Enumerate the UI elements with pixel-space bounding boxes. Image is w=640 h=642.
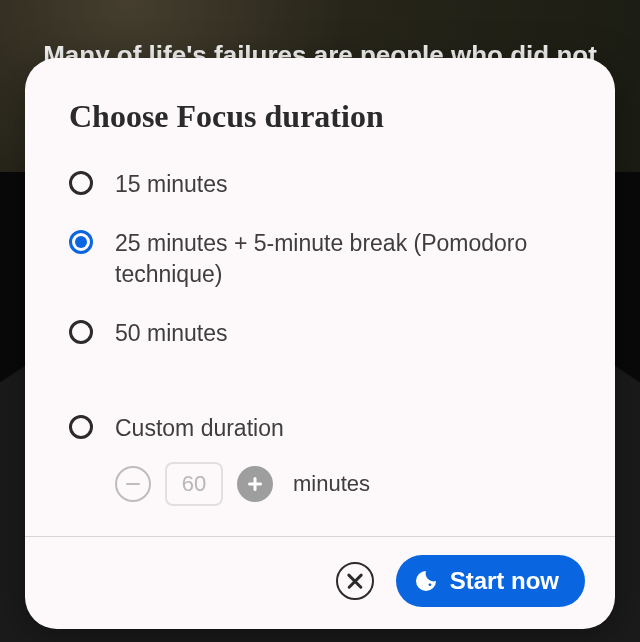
option-label: 50 minutes [115,318,228,349]
option-15-minutes[interactable]: 15 minutes [69,169,571,200]
radio-icon[interactable] [69,320,93,344]
increment-button[interactable] [237,466,273,502]
radio-icon[interactable] [69,230,93,254]
plus-icon [248,477,262,491]
custom-duration-input[interactable] [165,462,223,506]
option-50-minutes[interactable]: 50 minutes [69,318,571,349]
close-button[interactable] [336,562,374,600]
option-pomodoro[interactable]: 25 minutes + 5-minute break (Pomodoro te… [69,228,571,290]
close-icon [347,573,363,589]
custom-duration-controls: minutes [115,462,571,506]
focus-duration-modal: Choose Focus duration 15 minutes 25 minu… [25,58,615,629]
unit-label: minutes [293,471,370,497]
duration-options: 15 minutes 25 minutes + 5-minute break (… [69,169,571,506]
start-now-label: Start now [450,567,559,595]
option-custom[interactable]: Custom duration [69,413,571,444]
option-custom-group: Custom duration minutes [69,413,571,506]
modal-title: Choose Focus duration [69,98,571,135]
radio-icon[interactable] [69,171,93,195]
radio-icon[interactable] [69,415,93,439]
modal-footer: Start now [25,537,615,629]
focus-moon-icon [414,569,438,593]
minus-icon [126,483,140,486]
decrement-button[interactable] [115,466,151,502]
option-label: 15 minutes [115,169,228,200]
option-label: 25 minutes + 5-minute break (Pomodoro te… [115,228,571,290]
modal-body: Choose Focus duration 15 minutes 25 minu… [25,58,615,536]
start-now-button[interactable]: Start now [396,555,585,607]
option-label: Custom duration [115,413,284,444]
